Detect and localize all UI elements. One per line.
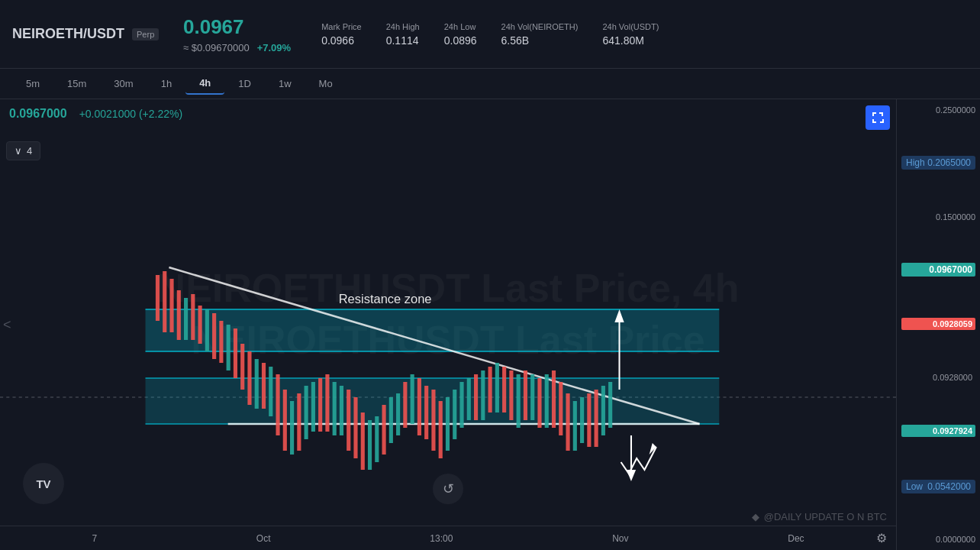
time-tab-1h[interactable]: 1h (147, 73, 185, 94)
chart-container: NEIROETHUSDT Last Price, 4h NEIROETHUSDT… (0, 99, 980, 550)
chart-main: NEIROETHUSDT Last Price, 4h NEIROETHUSDT… (0, 99, 896, 550)
svg-rect-27 (240, 344, 244, 390)
watermark-text: @DAILY UPDATE O N BTC (764, 511, 887, 522)
svg-rect-74 (573, 401, 577, 451)
time-tab-1d[interactable]: 1D (224, 73, 265, 94)
chevron-down-icon: ∨ (15, 145, 22, 157)
ps-high-badge: High0.2065000 (901, 156, 975, 170)
stat-value: 0.0896 (444, 34, 477, 47)
svg-rect-64 (502, 367, 506, 412)
collapse-button[interactable]: ∨ 4 (6, 141, 40, 160)
watermark-icon: ◆ (752, 511, 759, 522)
svg-rect-33 (283, 390, 287, 451)
svg-rect-30 (262, 363, 266, 409)
stat-value: 0.0966 (321, 34, 362, 47)
time-tab-4h[interactable]: 4h (185, 73, 224, 95)
stat-item: 24h Vol(NEIROETH)6.56B (501, 22, 579, 47)
svg-rect-23 (212, 313, 216, 359)
timeline-label: Oct (256, 533, 271, 544)
svg-rect-54 (431, 390, 435, 451)
svg-rect-55 (439, 401, 443, 458)
svg-rect-46 (375, 416, 379, 462)
svg-rect-61 (481, 370, 485, 420)
ps-low-badge: Low0.0542000 (901, 480, 975, 493)
svg-rect-79 (608, 382, 612, 428)
ps-current-price: 0.0967000 (901, 263, 975, 277)
bottom-watermark: ◆ @DAILY UPDATE O N BTC (752, 511, 887, 522)
tradingview-logo: TV (23, 463, 64, 504)
svg-rect-25 (227, 325, 230, 370)
stat-item: 24h High0.1114 (386, 22, 420, 47)
price-usd-row: ≈ $0.09670000 +7.09% (183, 42, 291, 53)
svg-rect-35 (297, 393, 301, 451)
svg-rect-51 (411, 374, 414, 424)
svg-rect-19 (184, 298, 188, 340)
svg-rect-36 (305, 386, 308, 439)
svg-rect-44 (361, 412, 365, 470)
svg-rect-58 (459, 382, 463, 428)
ps-top-label: 0.2500000 (901, 105, 975, 115)
svg-rect-15 (156, 275, 160, 321)
pair-name: NEIROETH/USDT (12, 26, 124, 42)
stat-value: 6.56B (501, 34, 579, 47)
svg-rect-42 (347, 390, 350, 451)
svg-rect-39 (325, 374, 329, 432)
time-tab-5m[interactable]: 5m (12, 73, 53, 94)
stat-label: 24h Vol(NEIROETH) (501, 22, 579, 31)
svg-rect-24 (219, 321, 223, 363)
time-tab-1w[interactable]: 1w (265, 73, 305, 94)
stat-label: 24h Low (444, 22, 477, 31)
stat-item: Mark Price0.0966 (321, 22, 362, 47)
svg-rect-72 (559, 382, 563, 435)
svg-rect-71 (552, 370, 556, 428)
time-tab-15m[interactable]: 15m (53, 73, 100, 94)
settings-icon[interactable]: ⚙ (876, 531, 887, 545)
reset-icon: ↺ (443, 480, 454, 497)
svg-rect-56 (446, 397, 450, 451)
chart-price-current: 0.0967000 (9, 107, 67, 121)
pair-info: NEIROETH/USDT Perp (12, 26, 165, 42)
svg-rect-68 (530, 374, 534, 420)
svg-rect-43 (353, 397, 357, 458)
svg-rect-65 (509, 370, 513, 420)
time-tab-mo[interactable]: Mo (305, 73, 347, 94)
ps-bottom-label: 0.0000000 (901, 535, 975, 544)
svg-rect-20 (191, 294, 195, 340)
ps-green-price: 0.0927924 (901, 425, 975, 437)
timeline-label: 7 (92, 533, 97, 544)
timeline-labels: 7Oct13:00NovDec (12, 533, 884, 544)
svg-rect-45 (368, 420, 372, 470)
price-usd: ≈ $0.09670000 (183, 42, 250, 53)
left-arrow[interactable]: < (0, 314, 15, 336)
tv-logo-text: TV (36, 477, 50, 490)
svg-rect-28 (247, 351, 251, 405)
stat-label: Mark Price (321, 22, 362, 31)
time-tab-30m[interactable]: 30m (100, 73, 147, 94)
price-main: 0.0967 ≈ $0.09670000 +7.09% (183, 15, 291, 53)
svg-rect-73 (566, 393, 569, 451)
svg-rect-67 (524, 370, 527, 420)
fullscreen-button[interactable] (866, 105, 890, 130)
svg-rect-78 (601, 386, 605, 435)
timeline: 7Oct13:00NovDec ⚙ (0, 526, 896, 550)
svg-rect-29 (255, 359, 259, 409)
ps-red-price: 0.0928059 (901, 318, 975, 330)
svg-rect-57 (453, 390, 456, 439)
header: NEIROETH/USDT Perp 0.0967 ≈ $0.09670000 … (0, 0, 980, 69)
svg-rect-22 (205, 309, 209, 351)
svg-rect-34 (290, 401, 294, 455)
svg-rect-76 (587, 393, 591, 447)
chart-price-delta: +0.0021000 (+2.22%) (79, 108, 182, 120)
svg-rect-66 (517, 374, 521, 428)
perp-badge: Perp (132, 28, 159, 40)
ps-mid-label: 0.1500000 (901, 212, 975, 222)
price-change: +7.09% (257, 42, 291, 53)
svg-rect-31 (269, 367, 272, 416)
stats-group: Mark Price0.096624h High0.111424h Low0.0… (321, 22, 659, 47)
svg-rect-69 (537, 378, 541, 428)
svg-rect-21 (198, 306, 202, 344)
stat-value: 0.1114 (386, 34, 420, 47)
svg-rect-47 (382, 405, 385, 455)
svg-rect-40 (333, 382, 337, 435)
reset-button[interactable]: ↺ (433, 474, 463, 504)
